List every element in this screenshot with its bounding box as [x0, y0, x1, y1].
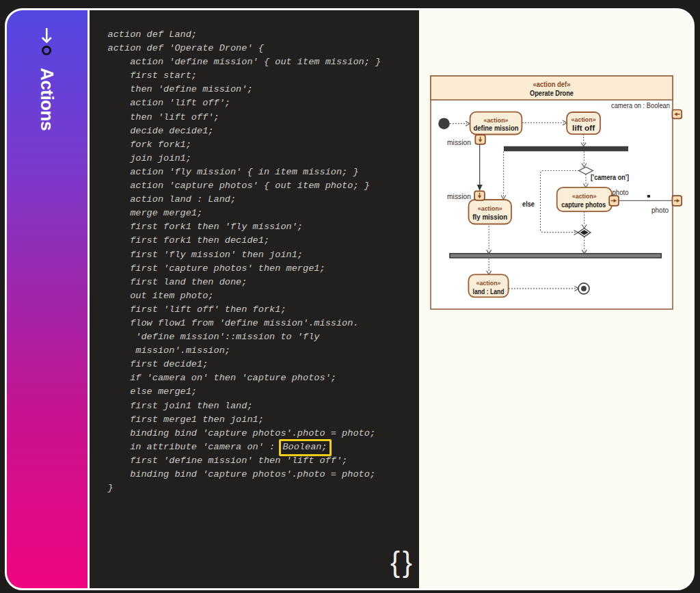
svg-text:define mission: define mission: [474, 124, 519, 132]
svg-text:«action def»: «action def»: [533, 80, 571, 88]
svg-text:«action»: «action»: [571, 116, 596, 123]
svg-text:mission: mission: [447, 192, 471, 200]
svg-text:fly mission: fly mission: [472, 213, 507, 221]
svg-text:camera on : Boolean: camera on : Boolean: [611, 101, 670, 109]
svg-text:else: else: [522, 200, 535, 208]
svg-text:mission: mission: [447, 138, 471, 146]
svg-text:capture photos: capture photos: [561, 200, 606, 209]
svg-text:«action»: «action»: [572, 192, 597, 200]
svg-text:«action»: «action»: [484, 116, 509, 124]
svg-text:photo: photo: [651, 206, 669, 214]
svg-text:Operate Drone: Operate Drone: [530, 89, 574, 97]
svg-text:['camera on']: ['camera on']: [591, 174, 629, 181]
svg-text:land : Land: land : Land: [473, 287, 504, 295]
svg-text:«action»: «action»: [478, 205, 502, 212]
svg-text:«action»: «action»: [476, 279, 501, 287]
svg-text:lift off: lift off: [572, 124, 595, 132]
svg-text:photo: photo: [612, 188, 629, 196]
